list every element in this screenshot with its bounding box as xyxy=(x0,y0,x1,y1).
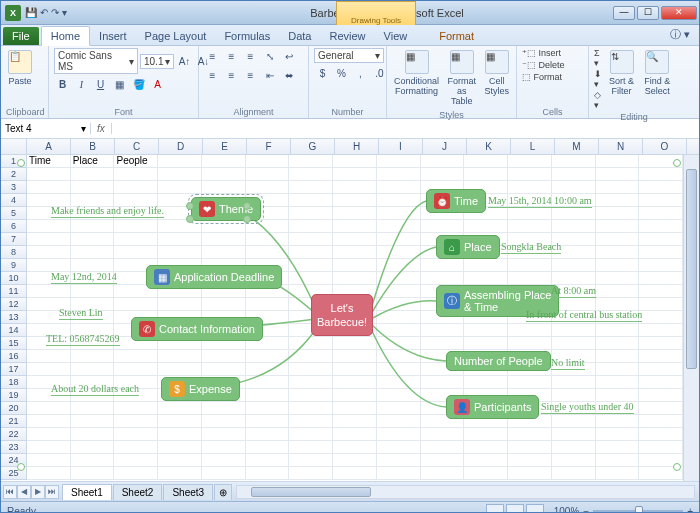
row-headers[interactable]: 1234567891011121314151617181920212223242… xyxy=(1,155,27,480)
horizontal-scrollbar[interactable] xyxy=(236,485,695,499)
tab-home[interactable]: Home xyxy=(41,26,90,46)
cells-insert-button[interactable]: ⁺⬚ Insert xyxy=(522,48,561,58)
cells-format-button[interactable]: ⬚ Format xyxy=(522,72,562,82)
fill-color-button[interactable]: 🪣 xyxy=(130,76,147,93)
number-format-combo[interactable]: General▾ xyxy=(314,48,384,63)
node-place[interactable]: ⌂Place xyxy=(436,235,500,259)
bold-button[interactable]: B xyxy=(54,76,71,93)
name-box[interactable]: Text 4▾ xyxy=(1,123,91,134)
node-time[interactable]: ⏰Time xyxy=(426,189,486,213)
sheet-nav-first[interactable]: ⏮ xyxy=(3,485,17,499)
note-deadline[interactable]: May 12nd, 2014 xyxy=(51,271,117,284)
note-participants[interactable]: Single youths under 40 xyxy=(541,401,634,414)
note-contact-name[interactable]: Steven Lin xyxy=(59,307,103,320)
vertical-scrollbar[interactable] xyxy=(683,155,699,481)
mindmap-drawing[interactable]: Let's Barbecue! ❤Theme Make friends and … xyxy=(31,169,677,467)
node-expense[interactable]: $Expense xyxy=(161,377,240,401)
maximize-button[interactable]: ☐ xyxy=(637,6,659,20)
paste-button[interactable]: 📋Paste xyxy=(6,48,34,88)
sheet-tab-2[interactable]: Sheet2 xyxy=(113,484,163,500)
note-assembling-place[interactable]: In front of central bus station xyxy=(526,309,642,322)
wrap-text-icon[interactable]: ↩ xyxy=(280,48,297,65)
note-assembling-time[interactable]: At 8:00 am xyxy=(551,285,596,298)
font-color-button[interactable]: A xyxy=(149,76,166,93)
note-number[interactable]: No limit xyxy=(551,357,585,370)
sheet-tab-1[interactable]: Sheet1 xyxy=(62,484,112,500)
align-top-icon[interactable]: ≡ xyxy=(204,48,221,65)
zoom-control[interactable]: 100% − + xyxy=(554,506,693,514)
format-as-table-button[interactable]: ▦Format as Table xyxy=(445,48,478,108)
view-break-button[interactable] xyxy=(526,504,544,513)
new-sheet-button[interactable]: ⊕ xyxy=(214,484,232,500)
tab-review[interactable]: Review xyxy=(320,27,374,45)
sheet-nav-next[interactable]: ▶ xyxy=(31,485,45,499)
currency-icon[interactable]: $ xyxy=(314,65,331,82)
sheet-nav-prev[interactable]: ◀ xyxy=(17,485,31,499)
node-number-people[interactable]: Number of People xyxy=(446,351,551,371)
find-select-button[interactable]: 🔍Find & Select xyxy=(641,48,674,98)
save-icon[interactable]: 💾 xyxy=(25,7,37,18)
note-place[interactable]: Songkla Beach xyxy=(501,241,561,254)
group-clipboard: Clipboard xyxy=(6,105,43,117)
border-button[interactable]: ▦ xyxy=(111,76,128,93)
qat-dropdown-icon[interactable]: ▾ xyxy=(62,7,67,18)
clear-icon[interactable]: ◇ ▾ xyxy=(594,90,603,110)
tab-formulas[interactable]: Formulas xyxy=(215,27,279,45)
sort-filter-button[interactable]: ⇅Sort & Filter xyxy=(607,48,637,98)
autosum-icon[interactable]: Σ ▾ xyxy=(594,48,603,68)
align-bottom-icon[interactable]: ≡ xyxy=(242,48,259,65)
view-normal-button[interactable] xyxy=(486,504,504,513)
align-middle-icon[interactable]: ≡ xyxy=(223,48,240,65)
zoom-out-button[interactable]: − xyxy=(583,506,589,514)
quick-access-toolbar[interactable]: 💾 ↶ ↷ ▾ xyxy=(25,7,67,18)
italic-button[interactable]: I xyxy=(73,76,90,93)
fill-icon[interactable]: ⬇ ▾ xyxy=(594,69,603,89)
font-name-combo[interactable]: Comic Sans MS▾ xyxy=(54,48,138,74)
view-layout-button[interactable] xyxy=(506,504,524,513)
conditional-formatting-button[interactable]: ▦Conditional Formatting xyxy=(392,48,441,98)
worksheet-area: ABCDEFGHIJKLMNO 123456789101112131415161… xyxy=(1,139,699,481)
zoom-slider[interactable] xyxy=(593,510,683,513)
tab-file[interactable]: File xyxy=(3,27,39,45)
tab-insert[interactable]: Insert xyxy=(90,27,136,45)
note-expense[interactable]: About 20 dollars each xyxy=(51,383,139,396)
align-left-icon[interactable]: ≡ xyxy=(204,67,221,84)
select-all-corner[interactable] xyxy=(1,139,27,154)
fx-icon[interactable]: fx xyxy=(91,123,112,134)
ribbon-help-icon[interactable]: ⓘ ▾ xyxy=(661,24,699,45)
node-participants[interactable]: 👤Participants xyxy=(446,395,539,419)
sheet-nav-last[interactable]: ⏭ xyxy=(45,485,59,499)
cells-delete-button[interactable]: ⁻⬚ Delete xyxy=(522,60,565,70)
indent-dec-icon[interactable]: ⇤ xyxy=(261,67,278,84)
node-contact[interactable]: ✆Contact Information xyxy=(131,317,263,341)
tab-view[interactable]: View xyxy=(375,27,417,45)
tab-data[interactable]: Data xyxy=(279,27,320,45)
node-deadline[interactable]: ▦Application Deadline xyxy=(146,265,282,289)
zoom-in-button[interactable]: + xyxy=(687,506,693,514)
comma-icon[interactable]: , xyxy=(352,65,369,82)
grow-font-icon[interactable]: A↑ xyxy=(176,53,193,70)
tab-page-layout[interactable]: Page Layout xyxy=(136,27,216,45)
column-headers[interactable]: ABCDEFGHIJKLMNO xyxy=(1,139,699,155)
note-theme[interactable]: Make friends and enjoy life. xyxy=(51,205,164,218)
tab-format[interactable]: Format xyxy=(430,27,483,45)
close-button[interactable]: ✕ xyxy=(661,6,697,20)
note-time[interactable]: May 15th, 2014 10:00 am xyxy=(488,195,592,208)
note-contact-tel[interactable]: TEL: 0568745269 xyxy=(46,333,120,346)
mindmap-center-node[interactable]: Let's Barbecue! xyxy=(311,294,373,336)
align-right-icon[interactable]: ≡ xyxy=(242,67,259,84)
minimize-button[interactable]: — xyxy=(613,6,635,20)
sheet-tab-3[interactable]: Sheet3 xyxy=(163,484,213,500)
font-size-combo[interactable]: 10.1▾ xyxy=(140,54,174,69)
clock-icon: ⏰ xyxy=(434,193,450,209)
orientation-icon[interactable]: ⤡ xyxy=(261,48,278,65)
cell-styles-button[interactable]: ▦Cell Styles xyxy=(483,48,512,98)
inc-decimal-icon[interactable]: .0 xyxy=(371,65,388,82)
align-center-icon[interactable]: ≡ xyxy=(223,67,240,84)
undo-icon[interactable]: ↶ xyxy=(40,7,48,18)
title-bar: X 💾 ↶ ↷ ▾ Barbecue.xlsx - Microsoft Exce… xyxy=(1,1,699,25)
redo-icon[interactable]: ↷ xyxy=(51,7,59,18)
underline-button[interactable]: U xyxy=(92,76,109,93)
percent-icon[interactable]: % xyxy=(333,65,350,82)
merge-icon[interactable]: ⬌ xyxy=(280,67,297,84)
